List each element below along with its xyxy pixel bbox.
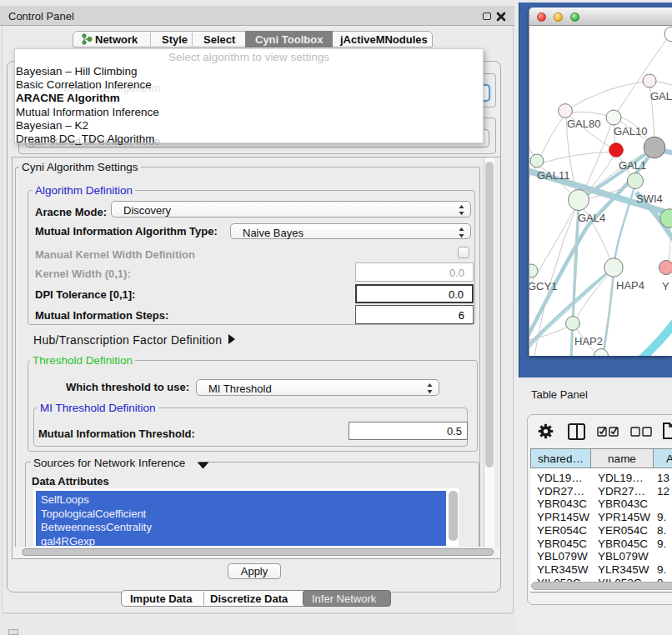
svg-text:GAL: GAL: [650, 90, 672, 102]
svg-text:GAL10: GAL10: [614, 125, 647, 138]
svg-text:GCY1: GCY1: [529, 280, 557, 292]
svg-text:SWI4: SWI4: [636, 192, 663, 205]
svg-text:Y: Y: [662, 280, 669, 292]
svg-text:GAL80: GAL80: [567, 118, 600, 130]
svg-text:GAL11: GAL11: [537, 169, 570, 182]
svg-text:HAP2: HAP2: [574, 335, 603, 348]
svg-text:GAL4: GAL4: [578, 212, 605, 224]
svg-text:GAL1: GAL1: [619, 159, 646, 172]
svg-text:HAP4: HAP4: [616, 279, 644, 292]
